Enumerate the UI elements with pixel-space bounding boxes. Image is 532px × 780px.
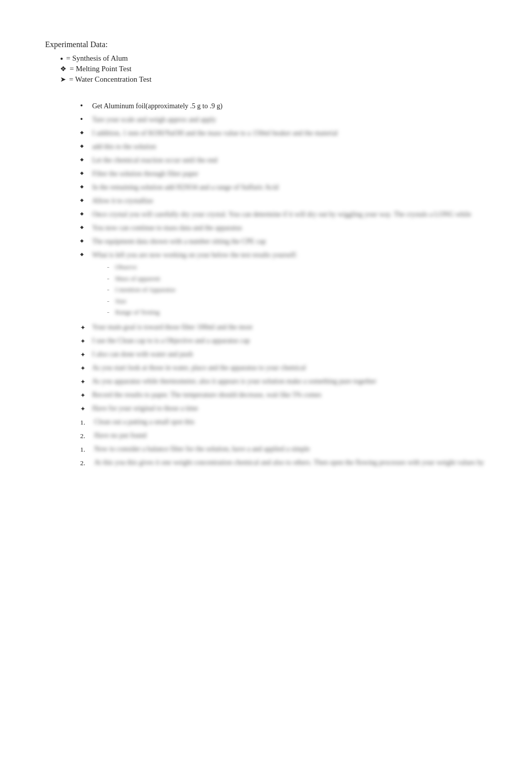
list-item: 2. At this you this gives it one weight …: [80, 457, 487, 468]
sub-list-item: – Mass of apparent: [107, 274, 487, 284]
circle-bullet-icon: ●: [80, 103, 88, 108]
item-text: At this you this gives it one weight con…: [94, 457, 487, 468]
sub-list-item: – Size: [107, 296, 487, 306]
list-item: ◆ Once crystal you will carefully dry yo…: [80, 209, 487, 220]
item-text: Have no put found: [94, 430, 487, 441]
list-item: ✦ I also can done with water and push: [80, 349, 487, 359]
item-text: Record the results to paper. The tempera…: [92, 389, 487, 400]
list-item: ◆ You now can continue to mass data and …: [80, 223, 487, 233]
item-text: Now to consider a balance filter for the…: [94, 444, 487, 454]
diamond-bullet-icon: ◆: [80, 184, 88, 189]
item-with-sublist: What is left you are now working on your…: [92, 250, 487, 319]
sub-list-item: – Observe: [107, 262, 487, 272]
item-text: You now can continue to mass data and th…: [92, 223, 487, 233]
page-container: Experimental Data: ● = Synthesis of Alum…: [45, 40, 487, 468]
legend-list: ● = Synthesis of Alum ❖ = Melting Point …: [60, 54, 487, 84]
sub-bullet-icon: –: [107, 298, 112, 304]
sub-item-text: Range of Testing: [115, 307, 159, 317]
diamond-bullet-icon: ◆: [80, 252, 88, 257]
sub-item-text: I mention of Apparatus: [115, 285, 175, 295]
item-text: The equipment data shown with a number s…: [92, 236, 487, 247]
sub-bullet-icon: –: [107, 264, 112, 270]
arrow-bullet-icon: ➤: [60, 75, 66, 84]
sub-bullet-icon: –: [107, 276, 112, 282]
item-text: What is left you are now working on your…: [92, 251, 297, 259]
list-item: ✦ As you start look at those in water, p…: [80, 362, 487, 373]
diamond-bullet-icon: ◆: [80, 130, 88, 135]
number-label: 1.: [80, 446, 90, 454]
sub-item-text: Observe: [115, 262, 137, 272]
list-item: ◆ Allow it to crystallize: [80, 196, 487, 206]
item-text: As you start look at those in water, pla…: [92, 362, 487, 373]
star-bullet-icon: ✦: [80, 378, 88, 386]
star-bullet-icon: ✦: [80, 392, 88, 400]
list-item: ✦ Have for your original to those a time: [80, 403, 487, 414]
list-item: ● Tare your scale and weigh approx and a…: [80, 114, 487, 125]
item-text: Get Aluminum foil(approximately .5 g to …: [92, 101, 487, 111]
diamond-bullet-icon: ◆: [80, 225, 88, 230]
item-text: I use the Clean cap to is a Objective an…: [92, 335, 487, 346]
item-text: Filter the solution through filter paper: [92, 168, 487, 179]
item-text: Have for your original to those a time: [92, 403, 487, 414]
star-bullet-icon: ✦: [80, 337, 88, 345]
sub-bullet-icon: –: [107, 309, 112, 315]
list-item: 1. Clean out a patting a small spot this: [80, 417, 487, 427]
legend-item-synthesis: ● = Synthesis of Alum: [60, 54, 487, 63]
diamond-bullet-icon: ◆: [80, 198, 88, 203]
item-text: As you apparatus while thermometer, also…: [92, 376, 487, 386]
item-text: In the remaining solution add H2SO4 and …: [92, 182, 487, 192]
number-label: 2.: [80, 432, 90, 440]
number-label: 1.: [80, 419, 90, 427]
item-text: Tare your scale and weigh approx and app…: [92, 114, 487, 125]
diamond-bullet-icon: ❖: [60, 65, 67, 73]
list-item: ◆ Filter the solution through filter pap…: [80, 168, 487, 179]
circle-bullet-icon: ●: [80, 116, 88, 121]
circle-bullet-icon: ●: [60, 56, 63, 61]
list-item: ✦ Record the results to paper. The tempe…: [80, 389, 487, 400]
list-item: ◆ add this to the solution: [80, 141, 487, 152]
list-item: ◆ I addition, 1 mm of KOH/NaOH and the m…: [80, 128, 487, 138]
item-text: Clean out a patting a small spot this: [94, 417, 487, 427]
number-label: 2.: [80, 459, 90, 467]
list-item: ✦ As you apparatus while thermometer, al…: [80, 376, 487, 386]
list-item: ● Get Aluminum foil(approximately .5 g t…: [80, 101, 487, 111]
item-text: Your main goal is toward those filter 10…: [92, 322, 487, 332]
diamond-bullet-icon: ◆: [80, 238, 88, 243]
star-bullet-icon: ✦: [80, 405, 88, 413]
item-text: Let the chemical reaction occur until th…: [92, 155, 487, 165]
list-item: ◆ What is left you are now working on yo…: [80, 250, 487, 319]
item-text: I also can done with water and push: [92, 349, 487, 359]
list-item: ◆ In the remaining solution add H2SO4 an…: [80, 182, 487, 192]
star-bullet-icon: ✦: [80, 351, 88, 359]
list-item: ✦ Your main goal is toward those filter …: [80, 322, 487, 332]
list-item: ✦ I use the Clean cap to is a Objective …: [80, 335, 487, 346]
list-item: ◆ Let the chemical reaction occur until …: [80, 155, 487, 165]
star-bullet-icon: ✦: [80, 324, 88, 332]
diamond-bullet-icon: ◆: [80, 143, 88, 148]
list-item: 1. Now to consider a balance filter for …: [80, 444, 487, 454]
heading: Experimental Data:: [45, 40, 487, 49]
sub-item-text: Size: [115, 296, 126, 306]
sub-bullet-icon: –: [107, 287, 112, 293]
item-text: add this to the solution: [92, 141, 487, 152]
list-item: ◆ The equipment data shown with a number…: [80, 236, 487, 247]
sub-list-item: – I mention of Apparatus: [107, 285, 487, 295]
sub-list: – Observe – Mass of apparent – I mention…: [107, 262, 487, 317]
legend-item-melting: ❖ = Melting Point Test: [60, 65, 487, 73]
sub-item-text: Mass of apparent: [115, 274, 160, 284]
item-text: Allow it to crystallize: [92, 196, 487, 206]
diamond-bullet-icon: ◆: [80, 211, 88, 216]
sub-list-item: – Range of Testing: [107, 307, 487, 317]
legend-item-water: ➤ = Water Concentration Test: [60, 75, 487, 84]
content-section: ● Get Aluminum foil(approximately .5 g t…: [80, 101, 487, 468]
legend-water-label: = Water Concentration Test: [69, 75, 151, 84]
item-text: I addition, 1 mm of KOH/NaOH and the mas…: [92, 128, 487, 138]
item-text: Once crystal you will carefully dry your…: [92, 209, 487, 220]
legend-melting-label: = Melting Point Test: [70, 65, 131, 73]
star-bullet-icon: ✦: [80, 364, 88, 372]
legend-synthesis-label: = Synthesis of Alum: [66, 54, 128, 63]
diamond-bullet-icon: ◆: [80, 157, 88, 162]
diamond-bullet-icon: ◆: [80, 170, 88, 175]
main-list: ● Get Aluminum foil(approximately .5 g t…: [80, 101, 487, 468]
list-item: 2. Have no put found: [80, 430, 487, 441]
